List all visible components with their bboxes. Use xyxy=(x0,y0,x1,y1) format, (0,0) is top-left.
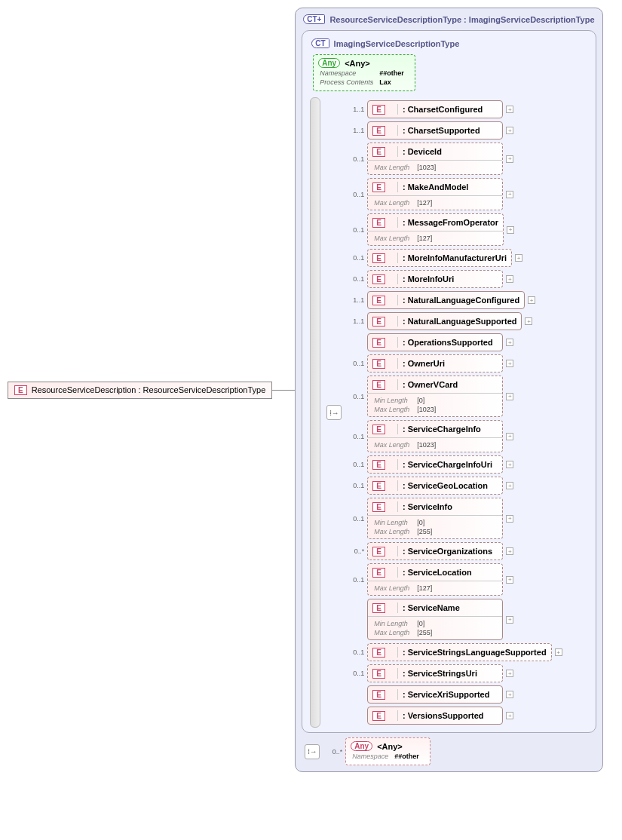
element-badge: E xyxy=(372,105,385,115)
ref-element[interactable]: E: ServiceStringsUri xyxy=(367,664,503,682)
expand-icon[interactable]: + xyxy=(507,226,514,234)
inner-complex-type: CT ImagingServiceDescriptionType Any <An… xyxy=(302,30,596,733)
expand-icon[interactable]: + xyxy=(506,576,513,584)
ref-element[interactable]: E: VersionsSupported xyxy=(367,707,503,725)
ref-element[interactable]: E: ServiceGeoLocation xyxy=(367,477,503,495)
ref-element[interactable]: E: ServiceOrganizations xyxy=(367,542,503,560)
expand-icon[interactable]: + xyxy=(506,482,513,489)
facet-label: Namespace xyxy=(352,753,393,760)
separator xyxy=(397,480,398,491)
facet-value: [1023] xyxy=(417,441,442,449)
ref-element[interactable]: E: ServiceNameMin Length[0]Max Length[25… xyxy=(367,599,503,640)
ref-element[interactable]: E: NaturalLanguageConfigured xyxy=(367,291,525,309)
element-badge: E xyxy=(372,568,385,578)
occurrence: 0..* xyxy=(323,748,342,756)
element-badge: E xyxy=(372,126,385,136)
ref-element[interactable]: E: ServiceInfoMin Length[0]Max Length[25… xyxy=(367,498,503,539)
facet-label: Max Length xyxy=(374,441,415,449)
any-badge-icon: Any xyxy=(318,58,340,68)
facets: Max Length[127] xyxy=(368,581,502,595)
child-row: E: VersionsSupported+ xyxy=(345,707,562,725)
occurrence: 1..1 xyxy=(345,296,364,304)
separator xyxy=(397,146,398,157)
ref-name: : OperationsSupported xyxy=(403,338,493,347)
ref-element[interactable]: E: ServiceChargeInfoMax Length[1023] xyxy=(367,420,503,452)
element-badge: E xyxy=(372,711,385,721)
expand-icon[interactable]: + xyxy=(506,155,513,163)
expand-icon[interactable]: + xyxy=(506,339,513,346)
facet-label: Max Length xyxy=(374,406,415,413)
facet-value: [255] xyxy=(417,629,438,636)
element-badge: E xyxy=(372,481,385,491)
child-row: 0..1E: OwnerVCardMin Length[0]Max Length… xyxy=(345,376,562,417)
ref-element[interactable]: E: MoreInfoUri xyxy=(367,270,503,288)
expand-icon[interactable]: + xyxy=(506,616,513,624)
sequence-wrap: ⁞→ 1..1E: CharsetConfigured+1..1E: Chars… xyxy=(307,97,590,728)
ref-element[interactable]: E: OperationsSupported xyxy=(367,333,503,351)
element-badge: E xyxy=(372,460,385,470)
occurrence: 0..1 xyxy=(345,393,364,400)
occurrence: 0..1 xyxy=(345,254,364,262)
separator xyxy=(397,182,398,192)
schema-diagram: E ResourceServiceDescription : ResourceS… xyxy=(8,8,614,772)
ref-element[interactable]: E: MessageFromOperatorMax Length[127] xyxy=(367,213,504,246)
expand-icon[interactable]: + xyxy=(506,106,513,113)
expand-icon[interactable]: + xyxy=(525,317,532,325)
child-row: 0..1E: MoreInfoUri+ xyxy=(345,270,562,288)
facets: Max Length[1023] xyxy=(368,160,502,174)
child-row: 1..1E: NaturalLanguageSupported+ xyxy=(345,312,562,330)
ref-element[interactable]: E: CharsetConfigured xyxy=(367,100,503,118)
expand-icon[interactable]: + xyxy=(506,127,513,134)
expand-icon[interactable]: + xyxy=(506,360,513,367)
facet-value: [127] xyxy=(417,199,438,207)
child-row: 0..1E: ServiceLocationMax Length[127]+ xyxy=(345,563,562,596)
facet-label: Process Contents xyxy=(320,78,378,86)
occurrence: 0..1 xyxy=(345,515,364,523)
ref-element[interactable]: E: ServiceChargeInfoUri xyxy=(367,455,503,474)
ref-element[interactable]: E: MoreInfoManufacturerUri xyxy=(367,249,512,267)
ref-element[interactable]: E: MakeAndModelMax Length[127] xyxy=(367,178,503,210)
expand-icon[interactable]: + xyxy=(506,461,513,468)
facet-label: Max Length xyxy=(374,164,415,171)
root-element[interactable]: E ResourceServiceDescription : ResourceS… xyxy=(8,382,272,399)
occurrence: 0..1 xyxy=(345,433,364,440)
element-badge: E xyxy=(372,502,385,512)
expand-icon[interactable]: + xyxy=(506,712,513,719)
any-wildcard-extension: Any <Any> Namespace##other xyxy=(345,737,430,765)
sequence-bar xyxy=(310,97,320,728)
expand-icon[interactable]: + xyxy=(506,433,513,440)
expand-icon[interactable]: + xyxy=(506,547,513,555)
expand-icon[interactable]: + xyxy=(528,296,535,304)
ref-element[interactable]: E: ServiceXriSupported xyxy=(367,685,503,704)
ref-element[interactable]: E: CharsetSupported xyxy=(367,121,503,139)
ref-element[interactable]: E: DeviceIdMax Length[1023] xyxy=(367,143,503,175)
expand-icon[interactable]: + xyxy=(515,254,522,262)
any-title: <Any> xyxy=(345,59,370,68)
separator xyxy=(397,253,398,263)
child-row: 0..*E: ServiceOrganizations+ xyxy=(345,542,562,560)
element-badge: E xyxy=(372,338,385,348)
ref-element[interactable]: E: OwnerVCardMin Length[0]Max Length[102… xyxy=(367,376,503,417)
expand-icon[interactable]: + xyxy=(506,670,513,677)
separator xyxy=(397,217,398,228)
separator xyxy=(397,337,398,348)
element-badge: E xyxy=(372,648,385,658)
expand-icon[interactable]: + xyxy=(506,691,513,698)
element-badge: E xyxy=(14,385,27,395)
expand-icon[interactable]: + xyxy=(555,648,562,656)
expand-icon[interactable]: + xyxy=(506,275,513,283)
ref-element[interactable]: E: OwnerUri xyxy=(367,354,503,372)
connector-line xyxy=(272,390,295,391)
ref-name: : ServiceChargeInfo xyxy=(403,425,481,434)
child-row: 0..1E: MakeAndModelMax Length[127]+ xyxy=(345,178,562,210)
expand-icon[interactable]: + xyxy=(506,393,513,400)
ref-element[interactable]: E: NaturalLanguageSupported xyxy=(367,312,522,330)
expand-icon[interactable]: + xyxy=(506,191,513,198)
ref-element[interactable]: E: ServiceLocationMax Length[127] xyxy=(367,563,503,596)
facet-value: [0] xyxy=(417,519,438,526)
separator xyxy=(397,647,398,658)
ref-name: : ServiceGeoLocation xyxy=(403,481,488,490)
ref-element[interactable]: E: ServiceStringsLanguageSupported xyxy=(367,643,551,661)
facet-value: [1023] xyxy=(417,406,442,413)
expand-icon[interactable]: + xyxy=(506,515,513,523)
